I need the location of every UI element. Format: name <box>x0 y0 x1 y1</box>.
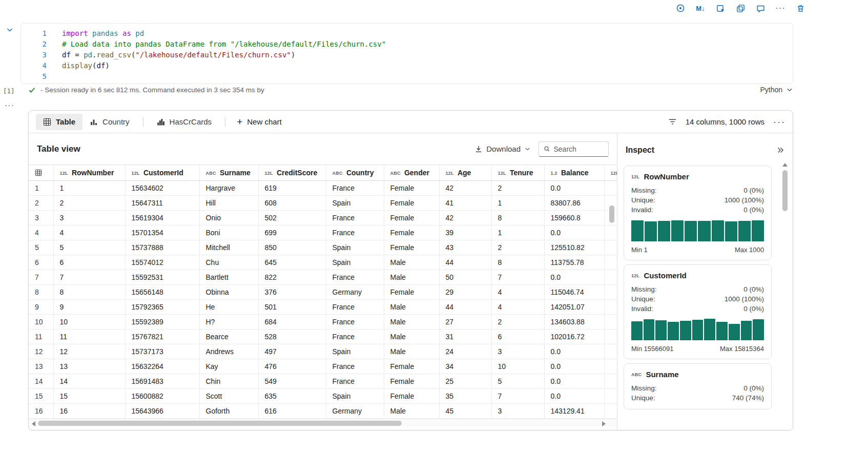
new-chart-button[interactable]: + New chart <box>232 117 287 126</box>
table-row[interactable]: 9915792365He501FranceMale444142051.07 <box>29 299 617 314</box>
vertical-scrollbar[interactable] <box>609 181 615 417</box>
table-row[interactable]: 121215737173Andrews497SpainMale2430.0 <box>29 344 617 359</box>
cell-RowNumber: 5 <box>53 240 125 255</box>
cell-RowNumber: 7 <box>53 270 125 284</box>
collapse-panel-icon[interactable] <box>776 146 784 154</box>
search-box[interactable] <box>539 141 609 157</box>
code-line[interactable]: 4display(df) <box>21 60 793 71</box>
cell-Country: France <box>326 329 384 344</box>
code-line[interactable]: 1import pandas as pd <box>21 28 793 39</box>
column-header-RowNumber[interactable]: 12LRowNumber <box>53 165 125 180</box>
table-row[interactable]: 141415691483Chin549FranceFemale2550.0 <box>29 374 617 388</box>
line-number: 5 <box>21 71 47 82</box>
code-editor[interactable]: 1import pandas as pd2# Load data into pa… <box>21 28 793 82</box>
cell-Gender: Female <box>384 388 439 403</box>
cell-Balance: 0.0 <box>544 374 604 388</box>
copilot-icon[interactable] <box>675 3 686 13</box>
column-header-CreditScore[interactable]: 12LCreditScore <box>258 165 326 180</box>
code-line[interactable]: 3df = pd.read_csv("/lakehouse/default/Fi… <box>21 50 793 60</box>
filter-icon[interactable] <box>668 117 677 126</box>
column-header-Age[interactable]: 12LAge <box>439 165 491 180</box>
table-row[interactable]: 2215647311Hill608SpainFemale41183807.86 <box>29 195 617 210</box>
table-row[interactable]: 101015592389H?684FranceMale272134603.88 <box>29 314 617 329</box>
parameters-cell-icon[interactable] <box>715 3 726 13</box>
cell-Balance: 0.0 <box>544 225 604 240</box>
grid-corner-icon[interactable] <box>29 165 53 180</box>
table-row[interactable]: 3315619304Onio502FranceFemale428159660.8 <box>29 210 617 225</box>
inspect-scrollbar[interactable] <box>782 163 788 426</box>
cell-Gender: Male <box>384 255 439 270</box>
cell-Tenure: 2 <box>491 314 544 329</box>
tab-table[interactable]: Table <box>36 114 82 130</box>
output-more-icon[interactable]: ··· <box>773 119 786 125</box>
inspect-card-rownumber[interactable]: 12LRowNumberMissing:0 (0%)Unique:1000 (1… <box>624 166 772 260</box>
code-line[interactable]: 2# Load data into pandas DataFrame from … <box>21 39 793 50</box>
cell-Age: 29 <box>439 284 491 299</box>
search-input[interactable] <box>554 145 604 153</box>
table-row[interactable]: 111115767821Bearce528FranceMale316102016… <box>29 329 617 344</box>
cell-Tenure: 1 <box>491 195 544 210</box>
table-row[interactable]: 5515737888Mitchell850SpainFemale43212551… <box>29 240 617 255</box>
cell-rail-more-icon[interactable]: ··· <box>5 101 14 110</box>
vertical-scrollbar-thumb[interactable] <box>609 205 614 223</box>
cell-RowNumber: 11 <box>53 329 125 344</box>
histogram-bar <box>741 321 752 340</box>
column-header-Surname[interactable]: ABCSurname <box>199 165 258 180</box>
scroll-right-icon[interactable] <box>602 421 606 426</box>
cell-Age: 44 <box>439 255 491 270</box>
cell-Balance: 102016.72 <box>544 329 604 344</box>
column-header-clipped[interactable]: 12L <box>604 165 617 180</box>
more-options-icon[interactable]: ··· <box>775 3 786 13</box>
cell-Tenure: 8 <box>491 210 544 225</box>
tab-country[interactable]: Country <box>82 114 137 130</box>
markdown-icon[interactable]: M↓ <box>695 3 706 13</box>
cell-CustomerId: 15592389 <box>125 314 199 329</box>
cell-RowNumber: 15 <box>53 388 125 403</box>
cell-Country: France <box>326 270 384 284</box>
column-header-Tenure[interactable]: 12LTenure <box>491 165 544 180</box>
table-row[interactable]: 151515600882Scott635SpainFemale3570.0 <box>29 388 617 403</box>
tab-hascrcards[interactable]: HasCrCards <box>150 114 219 130</box>
scroll-left-icon[interactable] <box>32 421 35 426</box>
table-row[interactable]: 161615643966Goforth616GermanyMale4531431… <box>29 403 617 418</box>
table-row[interactable]: 6615574012Chu645SpainMale448113755.78 <box>29 255 617 270</box>
row-index: 2 <box>29 195 53 210</box>
table-row[interactable]: 7715592531Bartlett822FranceMale5070.0 <box>29 270 617 284</box>
column-header-Gender[interactable]: ABCGender <box>384 165 439 180</box>
cell-CustomerId: 15656148 <box>125 284 199 299</box>
cell-collapse-icon[interactable] <box>6 26 14 34</box>
column-name: Tenure <box>510 169 533 177</box>
new-chart-label: New chart <box>247 117 282 126</box>
cell-CustomerId: 15767821 <box>125 329 199 344</box>
table-row[interactable]: 8815656148Obinna376GermanyFemale29411504… <box>29 284 617 299</box>
scroll-up-icon[interactable] <box>782 163 788 167</box>
delete-cell-icon[interactable] <box>795 3 805 13</box>
duplicate-cell-icon[interactable] <box>735 3 746 13</box>
code-cell[interactable]: 1import pandas as pd2# Load data into pa… <box>20 23 793 84</box>
comment-icon[interactable] <box>755 3 766 13</box>
inspect-card-surname[interactable]: ABCSurnameMissing:0 (0%)Unique:740 (74%) <box>624 363 772 409</box>
table-row[interactable]: 131315632264Kay476FranceFemale34100.0 <box>29 359 617 374</box>
horizontal-scrollbar-thumb[interactable] <box>38 421 402 426</box>
cell-Surname: He <box>199 299 258 314</box>
cell-RowNumber: 12 <box>53 344 125 359</box>
cell-CreditScore: 684 <box>258 314 326 329</box>
column-header-Country[interactable]: ABCCountry <box>326 165 384 180</box>
column-header-CustomerId[interactable]: 12LCustomerId <box>125 165 199 180</box>
stat-row: Unique:1000 (100%) <box>631 294 764 304</box>
histogram-bar <box>631 321 643 340</box>
code-line[interactable]: 5 <box>21 71 793 82</box>
table-row[interactable]: 4415701354Boni699FranceFemale3910.0 <box>29 225 617 240</box>
inspect-card-customerid[interactable]: 12LCustomerIdMissing:0 (0%)Unique:1000 (… <box>624 264 772 359</box>
horizontal-scrollbar[interactable] <box>29 419 617 427</box>
table-row[interactable]: 1115634602Hargrave619FranceFemale4220.0 <box>29 180 617 195</box>
download-button[interactable]: Download <box>474 145 531 153</box>
row-index: 12 <box>29 344 53 359</box>
cell-RowNumber: 16 <box>53 403 125 418</box>
column-name: CustomerId <box>143 169 183 177</box>
column-header-Balance[interactable]: 1.2Balance <box>544 165 604 180</box>
code-text: # Load data into pandas DataFrame from "… <box>62 39 386 50</box>
inspect-scrollbar-thumb[interactable] <box>782 170 788 211</box>
stat-value: 0 (0%) <box>743 383 764 393</box>
language-selector[interactable]: Python <box>760 86 793 94</box>
